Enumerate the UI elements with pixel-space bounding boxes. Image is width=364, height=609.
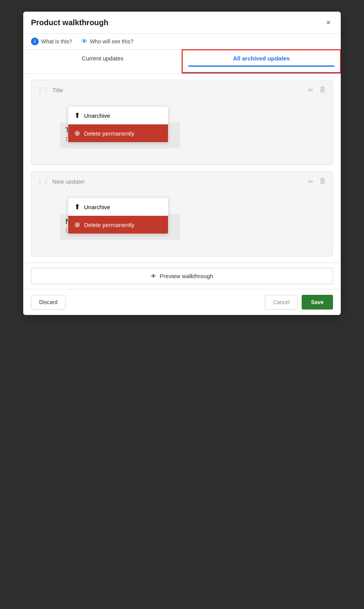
delete-icon-2: ⊗ [74, 220, 80, 229]
edit-button-1[interactable]: ✏ [307, 86, 315, 95]
what-is-this-link[interactable]: i What is this? [31, 38, 72, 45]
what-is-this-label: What is this? [41, 38, 72, 45]
update-card-1: ⋮⋮ Title ✏ 🗄 ⬆ Unarchive [31, 80, 333, 165]
delete-label-2: Delete permanently [84, 222, 134, 228]
card-1-header: ⋮⋮ Title ✏ 🗄 [37, 86, 327, 95]
who-will-see-link[interactable]: 👁 Who will see this? [81, 38, 133, 45]
who-will-see-label: Who will see this? [90, 38, 133, 45]
tab-archived-updates[interactable]: All archived updates [182, 50, 341, 73]
save-button[interactable]: Save [302, 295, 333, 310]
modal-title: Product walkthrough [31, 18, 108, 27]
edit-button-2[interactable]: ✏ [307, 177, 315, 186]
preview-walkthrough-label: Preview walkthrough [160, 273, 213, 279]
delete-permanently-button-1[interactable]: ⊗ Delete permanently [68, 124, 168, 142]
delete-permanently-button-2[interactable]: ⊗ Delete permanently [68, 216, 168, 234]
eye-icon-who: 👁 [81, 38, 88, 45]
card-1-header-left: ⋮⋮ Title [37, 86, 63, 94]
modal-header: Product walkthrough × [23, 12, 341, 34]
unarchive-button-1[interactable]: ⬆ Unarchive [68, 107, 168, 124]
card-1-popup-menu: ⬆ Unarchive ⊗ Delete permanently [68, 106, 168, 143]
card-2-header-left: ⋮⋮ New update! [37, 178, 85, 185]
info-bar: i What is this? 👁 Who will see this? [23, 34, 341, 50]
cancel-button[interactable]: Cancel [265, 295, 298, 310]
drag-handle-2[interactable]: ⋮⋮ [37, 178, 49, 185]
discard-button[interactable]: Discard [31, 295, 65, 310]
update-card-2: ⋮⋮ New update! ✏ 🗄 ⬆ Unarchive [31, 171, 333, 256]
unarchive-button-2[interactable]: ⬆ Unarchive [68, 198, 168, 216]
unarchive-icon-2: ⬆ [74, 203, 80, 211]
preview-walkthrough-button[interactable]: 👁 Preview walkthrough [31, 268, 333, 284]
archive-button-2[interactable]: 🗄 [318, 177, 327, 186]
preview-footer: 👁 Preview walkthrough [23, 263, 341, 289]
preview-eye-icon: 👁 [151, 273, 156, 279]
delete-icon-1: ⊗ [74, 129, 80, 138]
drag-handle-1[interactable]: ⋮⋮ [37, 86, 49, 94]
card-2-popup-menu: ⬆ Unarchive ⊗ Delete permanently [68, 198, 168, 234]
card-2-title: New update! [52, 178, 85, 185]
cards-container: ⋮⋮ Title ✏ 🗄 ⬆ Unarchive [23, 74, 341, 263]
tab-current-updates[interactable]: Current updates [23, 50, 182, 73]
card-1-actions: ✏ 🗄 [307, 86, 327, 95]
tabs-bar: Current updates All archived updates [23, 50, 341, 74]
footer-actions: Discard Cancel Save [23, 289, 341, 315]
close-button[interactable]: × [324, 18, 333, 27]
card-1-title: Title [52, 87, 63, 93]
delete-label-1: Delete permanently [84, 130, 134, 137]
modal-overlay: Product walkthrough × i What is this? 👁 … [0, 0, 364, 609]
unarchive-label-2: Unarchive [84, 204, 110, 210]
unarchive-label-1: Unarchive [84, 112, 110, 119]
modal-dialog: Product walkthrough × i What is this? 👁 … [23, 12, 341, 315]
card-2-actions: ✏ 🗄 [307, 177, 327, 186]
unarchive-icon-1: ⬆ [74, 111, 80, 120]
info-icon: i [31, 38, 39, 45]
archive-button-1[interactable]: 🗄 [318, 86, 327, 95]
card-2-header: ⋮⋮ New update! ✏ 🗄 [37, 177, 327, 186]
footer-right-buttons: Cancel Save [265, 295, 333, 310]
